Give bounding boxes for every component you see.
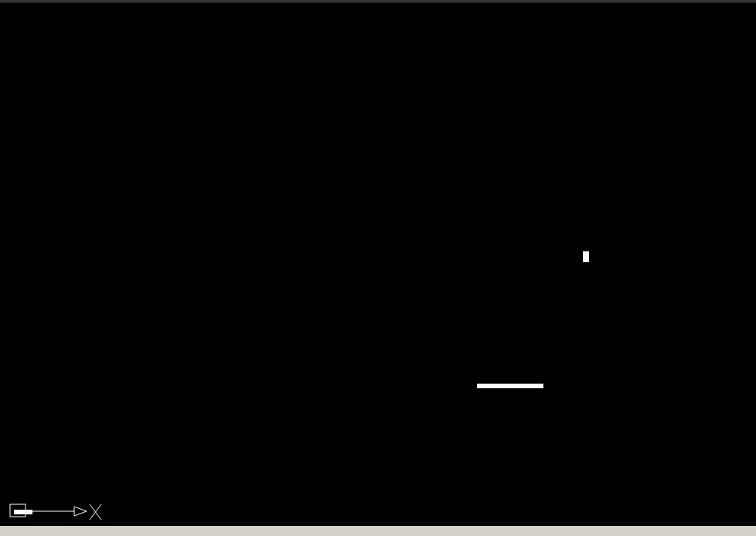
drawing-canvas[interactable]: [0, 0, 756, 526]
ucs-highlight: [14, 510, 32, 514]
ucs-x-arrowhead: [74, 507, 87, 516]
notes-highlight-bar: [477, 384, 543, 388]
layout-tab-bar: [0, 526, 756, 536]
ucs-icon: [10, 504, 101, 520]
autocad-model-space: [0, 0, 756, 536]
window-top-edge: [0, 0, 756, 3]
section-label-swatch: [583, 251, 589, 262]
section-view-label: [583, 251, 589, 262]
technical-notes: [477, 384, 543, 388]
